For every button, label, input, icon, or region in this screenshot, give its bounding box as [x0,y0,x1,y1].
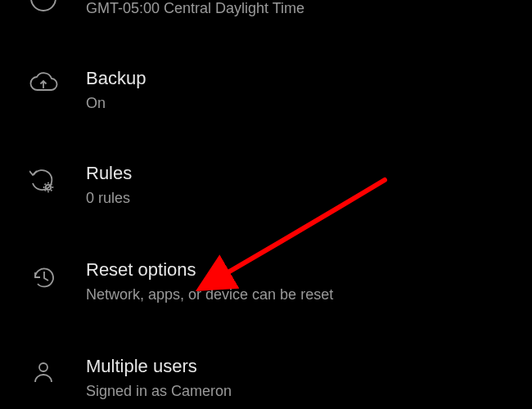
clock-icon [0,0,86,13]
item-subtitle: GMT-05:00 Central Daylight Time [86,0,516,18]
person-icon [0,355,86,384]
settings-list: Date & time GMT-05:00 Central Daylight T… [0,0,532,407]
item-title: Rules [86,162,516,186]
cloud-upload-icon [0,67,86,95]
item-subtitle: 0 rules [86,188,516,208]
settings-item-multiuser[interactable]: Multiple users Signed in as Cameron [0,340,532,401]
settings-item-reset[interactable]: Reset options Network, apps, or device c… [0,244,532,319]
item-title: Multiple users [86,355,516,379]
history-icon [0,258,86,291]
item-title: Reset options [86,258,516,282]
item-subtitle: Signed in as Cameron [86,381,516,401]
svg-point-1 [39,363,47,371]
rules-icon [0,162,86,195]
item-subtitle: On [86,93,516,113]
settings-item-backup[interactable]: Backup On [0,52,532,128]
item-title: Backup [86,67,516,91]
item-subtitle: Network, apps, or device can be reset [86,285,516,304]
settings-item-rules[interactable]: Rules 0 rules [0,147,532,222]
settings-item-datetime[interactable]: Date & time GMT-05:00 Central Daylight T… [0,0,532,33]
